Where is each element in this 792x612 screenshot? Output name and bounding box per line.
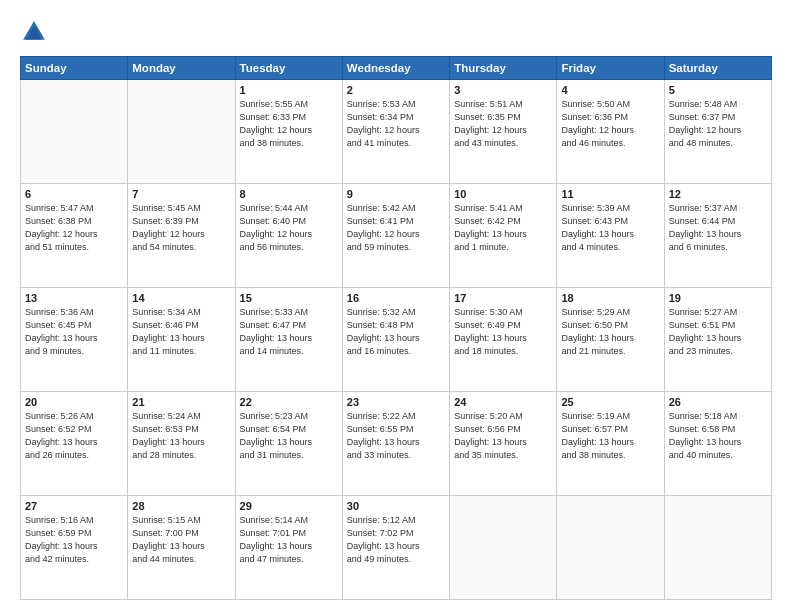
day-info: Sunrise: 5:30 AM Sunset: 6:49 PM Dayligh… [454,306,552,358]
calendar-cell: 19Sunrise: 5:27 AM Sunset: 6:51 PM Dayli… [664,288,771,392]
calendar-week-row: 27Sunrise: 5:16 AM Sunset: 6:59 PM Dayli… [21,496,772,600]
calendar-header-row: SundayMondayTuesdayWednesdayThursdayFrid… [21,57,772,80]
day-header-monday: Monday [128,57,235,80]
day-info: Sunrise: 5:26 AM Sunset: 6:52 PM Dayligh… [25,410,123,462]
day-number: 13 [25,292,123,304]
day-info: Sunrise: 5:19 AM Sunset: 6:57 PM Dayligh… [561,410,659,462]
calendar-week-row: 1Sunrise: 5:55 AM Sunset: 6:33 PM Daylig… [21,80,772,184]
day-header-sunday: Sunday [21,57,128,80]
day-info: Sunrise: 5:47 AM Sunset: 6:38 PM Dayligh… [25,202,123,254]
logo [20,18,52,46]
calendar-cell: 2Sunrise: 5:53 AM Sunset: 6:34 PM Daylig… [342,80,449,184]
day-number: 10 [454,188,552,200]
day-number: 26 [669,396,767,408]
day-number: 17 [454,292,552,304]
day-number: 19 [669,292,767,304]
calendar-cell: 22Sunrise: 5:23 AM Sunset: 6:54 PM Dayli… [235,392,342,496]
calendar-cell: 8Sunrise: 5:44 AM Sunset: 6:40 PM Daylig… [235,184,342,288]
day-info: Sunrise: 5:22 AM Sunset: 6:55 PM Dayligh… [347,410,445,462]
page: SundayMondayTuesdayWednesdayThursdayFrid… [0,0,792,612]
calendar-table: SundayMondayTuesdayWednesdayThursdayFrid… [20,56,772,600]
calendar-cell: 28Sunrise: 5:15 AM Sunset: 7:00 PM Dayli… [128,496,235,600]
day-number: 3 [454,84,552,96]
day-number: 11 [561,188,659,200]
calendar-cell: 11Sunrise: 5:39 AM Sunset: 6:43 PM Dayli… [557,184,664,288]
day-info: Sunrise: 5:53 AM Sunset: 6:34 PM Dayligh… [347,98,445,150]
day-info: Sunrise: 5:48 AM Sunset: 6:37 PM Dayligh… [669,98,767,150]
calendar-week-row: 20Sunrise: 5:26 AM Sunset: 6:52 PM Dayli… [21,392,772,496]
day-number: 22 [240,396,338,408]
day-number: 24 [454,396,552,408]
day-info: Sunrise: 5:45 AM Sunset: 6:39 PM Dayligh… [132,202,230,254]
calendar-cell: 23Sunrise: 5:22 AM Sunset: 6:55 PM Dayli… [342,392,449,496]
day-header-friday: Friday [557,57,664,80]
day-number: 15 [240,292,338,304]
day-number: 28 [132,500,230,512]
day-number: 1 [240,84,338,96]
calendar-cell: 13Sunrise: 5:36 AM Sunset: 6:45 PM Dayli… [21,288,128,392]
day-info: Sunrise: 5:39 AM Sunset: 6:43 PM Dayligh… [561,202,659,254]
logo-icon [20,18,48,46]
day-info: Sunrise: 5:41 AM Sunset: 6:42 PM Dayligh… [454,202,552,254]
calendar-cell: 17Sunrise: 5:30 AM Sunset: 6:49 PM Dayli… [450,288,557,392]
calendar-cell [21,80,128,184]
day-number: 27 [25,500,123,512]
day-number: 25 [561,396,659,408]
day-info: Sunrise: 5:15 AM Sunset: 7:00 PM Dayligh… [132,514,230,566]
day-header-saturday: Saturday [664,57,771,80]
day-info: Sunrise: 5:14 AM Sunset: 7:01 PM Dayligh… [240,514,338,566]
day-info: Sunrise: 5:27 AM Sunset: 6:51 PM Dayligh… [669,306,767,358]
day-info: Sunrise: 5:42 AM Sunset: 6:41 PM Dayligh… [347,202,445,254]
day-info: Sunrise: 5:23 AM Sunset: 6:54 PM Dayligh… [240,410,338,462]
day-number: 5 [669,84,767,96]
calendar-cell: 5Sunrise: 5:48 AM Sunset: 6:37 PM Daylig… [664,80,771,184]
day-info: Sunrise: 5:34 AM Sunset: 6:46 PM Dayligh… [132,306,230,358]
calendar-cell: 6Sunrise: 5:47 AM Sunset: 6:38 PM Daylig… [21,184,128,288]
day-number: 23 [347,396,445,408]
calendar-cell: 7Sunrise: 5:45 AM Sunset: 6:39 PM Daylig… [128,184,235,288]
day-info: Sunrise: 5:32 AM Sunset: 6:48 PM Dayligh… [347,306,445,358]
day-header-thursday: Thursday [450,57,557,80]
calendar-cell: 20Sunrise: 5:26 AM Sunset: 6:52 PM Dayli… [21,392,128,496]
day-info: Sunrise: 5:20 AM Sunset: 6:56 PM Dayligh… [454,410,552,462]
calendar-cell: 1Sunrise: 5:55 AM Sunset: 6:33 PM Daylig… [235,80,342,184]
day-number: 20 [25,396,123,408]
calendar-week-row: 13Sunrise: 5:36 AM Sunset: 6:45 PM Dayli… [21,288,772,392]
calendar-cell: 9Sunrise: 5:42 AM Sunset: 6:41 PM Daylig… [342,184,449,288]
calendar-cell [664,496,771,600]
day-number: 4 [561,84,659,96]
day-number: 18 [561,292,659,304]
calendar-cell [557,496,664,600]
day-info: Sunrise: 5:50 AM Sunset: 6:36 PM Dayligh… [561,98,659,150]
calendar-week-row: 6Sunrise: 5:47 AM Sunset: 6:38 PM Daylig… [21,184,772,288]
calendar-cell: 25Sunrise: 5:19 AM Sunset: 6:57 PM Dayli… [557,392,664,496]
day-info: Sunrise: 5:24 AM Sunset: 6:53 PM Dayligh… [132,410,230,462]
day-info: Sunrise: 5:37 AM Sunset: 6:44 PM Dayligh… [669,202,767,254]
calendar-cell: 12Sunrise: 5:37 AM Sunset: 6:44 PM Dayli… [664,184,771,288]
day-number: 7 [132,188,230,200]
calendar-cell: 27Sunrise: 5:16 AM Sunset: 6:59 PM Dayli… [21,496,128,600]
day-header-wednesday: Wednesday [342,57,449,80]
day-info: Sunrise: 5:51 AM Sunset: 6:35 PM Dayligh… [454,98,552,150]
calendar-cell: 29Sunrise: 5:14 AM Sunset: 7:01 PM Dayli… [235,496,342,600]
day-info: Sunrise: 5:33 AM Sunset: 6:47 PM Dayligh… [240,306,338,358]
calendar-cell: 16Sunrise: 5:32 AM Sunset: 6:48 PM Dayli… [342,288,449,392]
day-info: Sunrise: 5:36 AM Sunset: 6:45 PM Dayligh… [25,306,123,358]
calendar-cell: 24Sunrise: 5:20 AM Sunset: 6:56 PM Dayli… [450,392,557,496]
calendar-cell: 10Sunrise: 5:41 AM Sunset: 6:42 PM Dayli… [450,184,557,288]
day-info: Sunrise: 5:16 AM Sunset: 6:59 PM Dayligh… [25,514,123,566]
calendar-cell: 14Sunrise: 5:34 AM Sunset: 6:46 PM Dayli… [128,288,235,392]
day-number: 29 [240,500,338,512]
calendar-cell: 15Sunrise: 5:33 AM Sunset: 6:47 PM Dayli… [235,288,342,392]
day-number: 6 [25,188,123,200]
day-info: Sunrise: 5:18 AM Sunset: 6:58 PM Dayligh… [669,410,767,462]
day-number: 2 [347,84,445,96]
day-number: 8 [240,188,338,200]
calendar-cell: 30Sunrise: 5:12 AM Sunset: 7:02 PM Dayli… [342,496,449,600]
day-number: 30 [347,500,445,512]
header [20,18,772,46]
calendar-cell: 21Sunrise: 5:24 AM Sunset: 6:53 PM Dayli… [128,392,235,496]
day-number: 21 [132,396,230,408]
day-info: Sunrise: 5:12 AM Sunset: 7:02 PM Dayligh… [347,514,445,566]
day-info: Sunrise: 5:44 AM Sunset: 6:40 PM Dayligh… [240,202,338,254]
